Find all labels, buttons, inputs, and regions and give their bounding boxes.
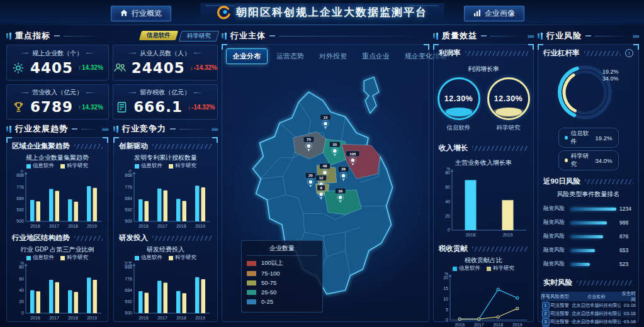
- legend-item: 科学研究: [169, 162, 196, 170]
- svg-text:500: 500: [125, 219, 132, 223]
- legend-swatch: [135, 164, 139, 169]
- legend-item: 信息软件: [26, 254, 54, 262]
- legend-item: 科学研究: [60, 162, 88, 170]
- trend-expand-chevrons[interactable]: »»: [102, 125, 108, 133]
- profit-subpanel-header: 利润率: [434, 45, 533, 60]
- svg-text:0: 0: [448, 228, 450, 232]
- svg-text:776: 776: [125, 185, 132, 189]
- chart-title: 规上企业数量集聚趋势: [7, 153, 108, 162]
- svg-text:592: 592: [125, 208, 132, 212]
- risk-rank-label: 融资风险: [543, 233, 567, 240]
- legend-item: 信息软件: [135, 254, 162, 262]
- table-header-cell: 企业名称: [572, 294, 621, 300]
- table-header-cell: 发生时间: [621, 291, 636, 303]
- map-legend-swatch: [247, 271, 256, 276]
- recent-risk-chart-title: 风险类型事件数量排名: [538, 190, 638, 199]
- svg-text:592: 592: [125, 299, 132, 304]
- svg-text:2019: 2019: [503, 233, 513, 237]
- table-row[interactable]: 3司法预警北京启信卓越科技有限公司03-16: [541, 318, 636, 326]
- dashboard-root: 行业概览 朝阳区科创规上企业大数据监测平台 企业画像 重点指标 信息软件科学研究…: [0, 0, 644, 327]
- svg-text:10: 10: [443, 297, 448, 301]
- map-legend-item: 75-100: [247, 270, 317, 277]
- chart-legend: 信息软件科学研究: [7, 162, 108, 170]
- kpi-value: 24405: [132, 60, 185, 76]
- page-title: 朝阳区科创规上企业大数据监测平台: [236, 5, 427, 19]
- kpi-card: 营业收入（亿元）6789↑14.32%: [6, 84, 109, 120]
- table-row[interactable]: 2司法预警北京启信卓越科技有限公司03-16: [541, 309, 636, 318]
- svg-text:2018: 2018: [176, 224, 186, 228]
- platform-logo-icon: [217, 6, 230, 19]
- trend-section-title: 行业发展趋势: [15, 123, 68, 135]
- nav-industry-overview[interactable]: 行业概览: [111, 6, 171, 21]
- section-marker-icon: [222, 33, 227, 40]
- legend-swatch: [26, 256, 31, 260]
- risk-rank-value: 653: [619, 247, 633, 253]
- table-row[interactable]: 1司法预警北京启信卓越科技有限公司03-16: [541, 301, 636, 309]
- quality-expand-chevrons[interactable]: »»: [528, 32, 534, 40]
- risk-section-title: 行业风险: [546, 30, 582, 42]
- kpi-card: 从业人员数（人）24405↓-14.32%: [113, 45, 218, 80]
- income-bar-chart: %02040608020182019: [437, 167, 530, 238]
- nav-enterprise-profile[interactable]: 企业画像: [464, 6, 524, 21]
- risk-rank-label: 融资风险: [543, 205, 567, 213]
- legend-item: 信息软件: [135, 162, 162, 170]
- info-icon[interactable]: i: [625, 49, 633, 57]
- kpi-value-row: 666.1↓-14.32%: [115, 99, 215, 115]
- svg-text:80: 80: [445, 170, 450, 175]
- svg-text:12: 12: [319, 175, 324, 180]
- svg-text:2018: 2018: [68, 316, 78, 320]
- kpi-delta: ↑14.32%: [78, 64, 103, 71]
- tab-2[interactable]: 运营态势: [270, 49, 310, 64]
- filter-tag-label: 信息软件: [147, 31, 171, 40]
- subpanel-header: 行业地区结构趋势: [7, 230, 108, 245]
- trend-subpanel-2: 行业地区结构趋势行业 GDP 占第三产业比例信息软件科学研究%020406080…: [7, 230, 108, 321]
- map-legend-label: 75-100: [261, 270, 280, 277]
- svg-text:20: 20: [443, 275, 448, 280]
- legend-item: 科学研究: [487, 265, 514, 272]
- arrow-up-icon: ↑: [78, 104, 81, 111]
- filter-tag-1[interactable]: 信息软件: [139, 31, 178, 40]
- map-legend-title: 企业数量: [247, 244, 317, 256]
- svg-text:500: 500: [16, 219, 24, 223]
- svg-text:2017: 2017: [474, 323, 484, 327]
- map-legend-swatch: [247, 261, 256, 266]
- section-marker-icon: [433, 33, 438, 40]
- profit-chart-title: 利润增长率: [434, 65, 533, 74]
- row-index-cell: 1: [541, 302, 550, 309]
- tab-3[interactable]: 对外投资: [313, 49, 353, 64]
- bar-chart-icon: [473, 9, 481, 18]
- tab-4[interactable]: 重点企业: [356, 49, 396, 64]
- leverage-legend-item: 信息软件19.2%: [558, 128, 619, 148]
- svg-text:684: 684: [125, 196, 132, 201]
- subpanel-title: 区域企业集聚趋势: [12, 141, 70, 151]
- recent-risk-sub-title: 近90日风险: [543, 177, 580, 186]
- svg-text:868: 868: [16, 173, 24, 177]
- chart-area: 个5005926847768682016201720182019: [114, 170, 217, 231]
- chart-title: 发明专利累计授权数量: [114, 153, 217, 162]
- svg-text:8: 8: [320, 186, 322, 190]
- table-header-row: 序号风险类型企业名称发生时间: [541, 292, 636, 301]
- legend-item: 信息软件: [453, 265, 480, 272]
- map-legend-item: 100以上: [247, 259, 317, 267]
- realtime-risk-table: 序号风险类型企业名称发生时间1司法预警北京启信卓越科技有限公司03-162司法预…: [541, 292, 636, 327]
- tab-1[interactable]: 企业分布: [226, 48, 268, 64]
- section-marker-icon: [6, 33, 11, 40]
- risk-expand-chevrons[interactable]: »»: [633, 32, 639, 40]
- compete-expand-chevrons[interactable]: »»: [212, 125, 218, 133]
- risk-rank-row: 融资风险876: [543, 233, 633, 240]
- svg-text:2019: 2019: [512, 323, 523, 327]
- compete-subpanel-1: 创新驱动发明专利累计授权数量信息软件科学研究个50059268477686820…: [114, 138, 217, 230]
- map-legend-swatch: [247, 299, 256, 304]
- kpi-value: 4405: [30, 60, 73, 76]
- filter-tag-2[interactable]: 科学研究: [179, 31, 220, 42]
- legend-swatch: [60, 256, 65, 260]
- svg-text:776: 776: [125, 277, 132, 281]
- svg-text:500: 500: [125, 311, 132, 315]
- risk-rank-label: 融资风险: [543, 260, 567, 268]
- svg-text:868: 868: [125, 173, 132, 177]
- legend-dot: [565, 136, 568, 140]
- arrow-down-icon: ↓: [190, 64, 193, 71]
- svg-text:776: 776: [16, 185, 24, 189]
- chart-title: 行业 GDP 占第三产业比例: [7, 245, 108, 254]
- kpi-label: 留存税收（亿元）: [127, 88, 203, 97]
